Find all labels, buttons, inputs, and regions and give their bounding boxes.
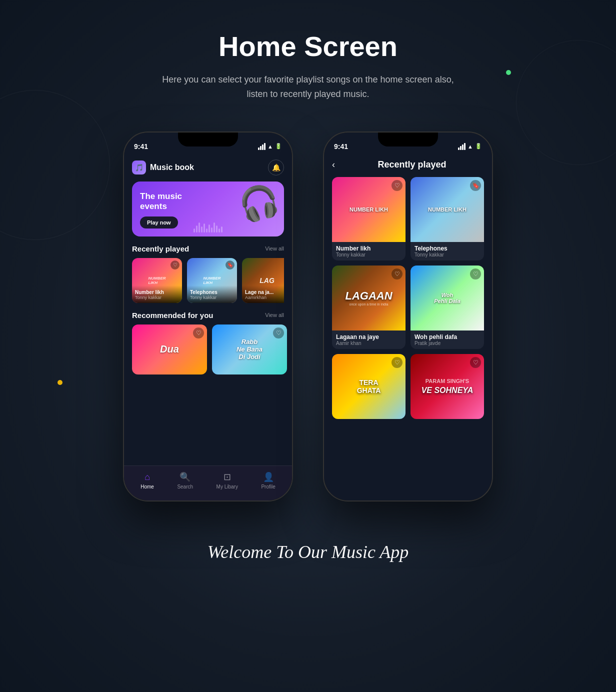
rp-card-info-1: Number likh Tonny kakkar: [332, 242, 406, 260]
bottom-nav: ⌂ Home 🔍 Search ⊡ My Libary 👤 Profile: [124, 466, 292, 500]
heart-icon-1[interactable]: ♡: [170, 260, 180, 270]
rp-artist-1: Tonny kakkar: [336, 252, 402, 258]
page-title: Home Screen: [218, 30, 398, 62]
play-now-button[interactable]: Play now: [140, 216, 178, 228]
nav-library[interactable]: ⊡ My Libary: [216, 472, 238, 490]
rp-artist-4: Pratik javde: [414, 340, 480, 346]
back-button[interactable]: ‹: [332, 160, 335, 170]
signal-icon-rp: [458, 143, 466, 150]
search-nav-icon: 🔍: [180, 472, 190, 482]
heart-icon-rp-4[interactable]: ♡: [470, 268, 481, 280]
recently-played-header: Recently played View all: [132, 244, 284, 253]
rp-title-2: Telephones: [414, 245, 480, 252]
heart-icon-rec-1[interactable]: ♡: [193, 328, 204, 338]
recommended-row: Dua ♡ RabbNe BanaDi Jodi ♡: [132, 324, 284, 374]
song-card-lagaan[interactable]: LAG Lage na ja... Aamirkhan: [242, 258, 284, 303]
heart-icon-2[interactable]: 🔖: [226, 260, 234, 270]
notch-rp: [378, 132, 438, 146]
rp-album-art-4: WohPehli Dala ♡: [410, 266, 484, 330]
nav-search[interactable]: 🔍 Search: [177, 472, 193, 490]
rp-title-1: Number likh: [336, 245, 402, 252]
song-artist-3: Aamirkhan: [245, 295, 284, 300]
rp-card-pehli-dafa[interactable]: WohPehli Dala ♡ Woh pehli dafa Pratik ja…: [410, 266, 484, 349]
rp-album-art-3: LAGAAN once upon a time in india ♡: [332, 266, 406, 330]
recently-played-title: Recently played: [132, 244, 189, 253]
rp-grid: NUMBER LIKH ♡ Number likh Tonny kakkar: [332, 177, 484, 419]
heart-icon-rec-2[interactable]: ♡: [273, 328, 284, 338]
heart-icon-rp-1[interactable]: ♡: [392, 180, 402, 191]
song-card-num-likh[interactable]: NUMBERLIKH ♡ Number likh Tonny kakkar: [132, 258, 182, 303]
page-subtitle: Here you can select your favorite playli…: [158, 72, 458, 102]
recently-played-row: NUMBERLIKH ♡ Number likh Tonny kakkar NU…: [132, 258, 284, 303]
nav-home-label: Home: [140, 484, 154, 490]
rp-card-lagaan[interactable]: LAGAAN once upon a time in india ♡ Lagaa…: [332, 266, 406, 349]
phone-home: 9:41 ▲ 🔋 🎵: [123, 132, 293, 502]
status-time-rp: 9:41: [334, 142, 348, 150]
heart-icon-rp-3[interactable]: ♡: [392, 268, 402, 280]
phone-home-inner: 9:41 ▲ 🔋 🎵: [124, 132, 292, 500]
profile-nav-icon: 👤: [263, 472, 274, 482]
rp-title-4: Woh pehli dafa: [414, 334, 480, 340]
deco-circle-right: [516, 40, 616, 165]
signal-icon: [258, 143, 266, 150]
bell-icon[interactable]: 🔔: [268, 160, 284, 176]
song-artist-1: Tonny kakkar: [135, 295, 179, 300]
heart-icon-rp-6[interactable]: ♡: [470, 357, 481, 368]
app-name: Music book: [150, 163, 194, 172]
app-header: 🎵 Music book 🔔: [132, 154, 284, 182]
deco-circle-left: [0, 90, 110, 240]
rp-album-art-5: TERA GHATA ♡: [332, 354, 406, 419]
status-time-home: 9:41: [134, 142, 148, 150]
song-title-2: Telephones: [190, 290, 234, 295]
recommended-header: Recommended for you View all: [132, 311, 284, 320]
status-icons-home: ▲ 🔋: [258, 143, 282, 150]
yellow-dot: [58, 380, 62, 385]
library-nav-icon: ⊡: [224, 472, 231, 482]
green-dot: [506, 70, 511, 75]
rp-artist-2: Tonny kakkar: [414, 252, 480, 258]
rp-screen-title: Recently played: [340, 160, 484, 170]
rp-album-art-6: PARAM SINGH'S VE SOHNEYA ♡: [410, 354, 484, 419]
music-bars: [194, 222, 222, 232]
notch-home: [178, 132, 238, 146]
battery-icon-rp: 🔋: [475, 143, 482, 150]
rp-card-ve-sohneya[interactable]: PARAM SINGH'S VE SOHNEYA ♡: [410, 354, 484, 419]
phone-home-content: 🎵 Music book 🔔 The music events Play now: [124, 154, 292, 466]
home-nav-icon: ⌂: [144, 472, 150, 482]
rp-card-telephones[interactable]: NUMBER LIKH 🔖 Telephones Tonny kakkar: [410, 177, 484, 260]
phone-rp-inner: 9:41 ▲ 🔋 ‹ Recently played: [324, 132, 492, 500]
nav-profile-label: Profile: [261, 484, 275, 490]
rp-card-num-likh[interactable]: NUMBER LIKH ♡ Number likh Tonny kakkar: [332, 177, 406, 260]
heart-icon-rp-2[interactable]: 🔖: [470, 180, 481, 191]
nav-library-label: My Libary: [216, 484, 238, 490]
wifi-icon-rp: ▲: [468, 144, 473, 150]
heart-icon-rp-5[interactable]: ♡: [392, 357, 402, 368]
rp-album-art-2: NUMBER LIKH 🔖: [410, 177, 484, 242]
nav-profile[interactable]: 👤 Profile: [261, 472, 275, 490]
song-card-overlay-2: Telephones Tonny kakkar: [187, 286, 237, 303]
rp-card-tera-ghata[interactable]: TERA GHATA ♡: [332, 354, 406, 419]
rp-card-info-3: Lagaan na jaye Aamir khan: [332, 330, 406, 349]
battery-icon: 🔋: [275, 143, 282, 150]
recently-played-view-all[interactable]: View all: [265, 246, 284, 252]
rec-card-rabb[interactable]: RabbNe BanaDi Jodi ♡: [212, 324, 287, 374]
rp-content: ‹ Recently played NUMBER LIKH ♡: [324, 154, 492, 419]
promo-banner[interactable]: The music events Play now: [132, 182, 284, 236]
song-card-overlay-3: Lage na ja... Aamirkhan: [242, 286, 284, 303]
rec-card-dua[interactable]: Dua ♡: [132, 324, 207, 374]
rp-screen-header: ‹ Recently played: [332, 154, 484, 177]
nav-search-label: Search: [177, 484, 193, 490]
rp-card-info-2: Telephones Tonny kakkar: [410, 242, 484, 260]
rp-title-3: Lagaan na jaye: [336, 334, 402, 340]
recommended-title: Recommended for you: [132, 311, 214, 320]
status-icons-rp: ▲ 🔋: [458, 143, 482, 150]
phone-recently-played: 9:41 ▲ 🔋 ‹ Recently played: [323, 132, 493, 502]
headphone-image: 🎧: [235, 182, 284, 226]
rp-album-art-1: NUMBER LIKH ♡: [332, 177, 406, 242]
recommended-view-all[interactable]: View all: [265, 312, 284, 318]
welcome-text: Welcome To Our Music App: [208, 542, 409, 562]
song-card-telephones[interactable]: NUMBERLIKH 🔖 Telephones Tonny kakkar: [187, 258, 237, 303]
nav-home[interactable]: ⌂ Home: [140, 472, 154, 490]
song-title-3: Lage na ja...: [245, 290, 284, 295]
song-card-overlay-1: Number likh Tonny kakkar: [132, 286, 182, 303]
